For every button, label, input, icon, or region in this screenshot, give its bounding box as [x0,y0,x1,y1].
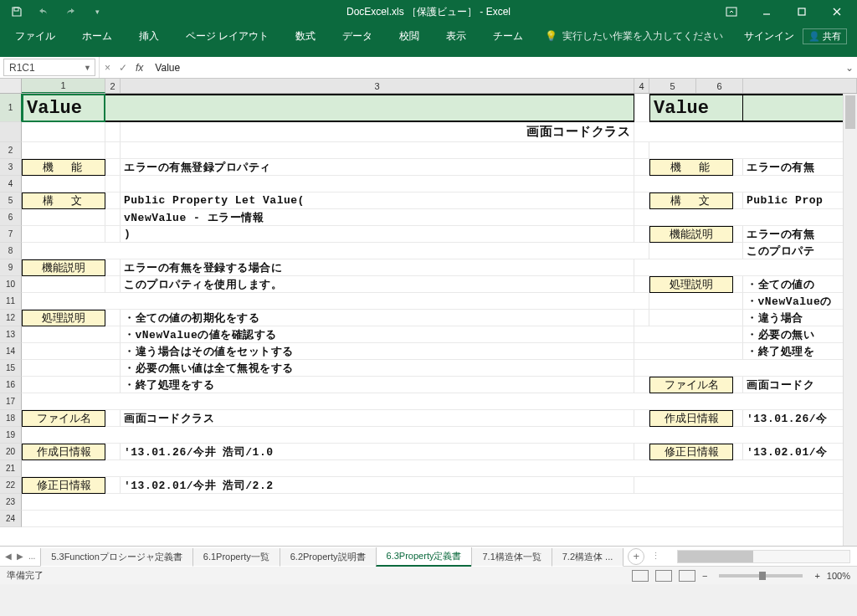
redo-icon[interactable] [60,3,80,20]
zoom-in-icon[interactable]: + [814,571,819,581]
zoom-level[interactable]: 100% [827,571,850,581]
page-break-view-icon[interactable] [679,570,695,582]
col-header-1[interactable]: 1 [22,79,105,93]
col-header-2[interactable]: 2 [105,79,121,93]
cell-r7-val[interactable]: ) [121,226,634,243]
sheet-nav-next-icon[interactable]: ▶ [17,552,23,561]
tab-formulas[interactable]: 数式 [290,28,321,45]
hscroll-thumb[interactable] [678,551,753,562]
formula-bar-input[interactable]: Value [148,62,842,74]
cell-r8-val2[interactable]: このプロパテ [743,243,857,259]
cell-r20-val2[interactable]: '13.02.01/今 [743,444,857,460]
new-sheet-button[interactable]: + [628,548,644,565]
row-header-14[interactable]: 14 [0,343,22,360]
cell-header-right[interactable]: 画面コードクラス [121,122,634,142]
ribbon-display-options-icon[interactable] [715,2,748,22]
cell-r22-val[interactable]: '13.02.01/今井 浩司/2.2 [121,477,634,494]
row-header-9[interactable]: 9 [0,259,22,276]
row-header-2[interactable]: 2 [0,142,22,159]
cell-r7-label2[interactable]: 機能説明 [649,226,733,243]
scrollbar-thumb[interactable] [845,95,855,129]
row-header-4[interactable]: 4 [0,176,22,192]
cell-r1c2-3[interactable] [105,94,634,122]
tab-home[interactable]: ホーム [77,28,117,45]
cell-r10-label2[interactable]: 処理説明 [649,276,733,293]
sheet-nav-prev-icon[interactable]: ◀ [5,552,12,561]
cell-r20-label2[interactable]: 修正日情報 [649,444,733,460]
sheet-nav-more[interactable]: ... [28,552,35,561]
cell-r13-val[interactable]: ・vNewValueの値を確認する [121,326,634,343]
minimize-button[interactable] [750,2,783,22]
sheet-tab-0[interactable]: 5.3Functionプロシージャ定義書 [40,548,192,567]
tell-me-search[interactable]: 💡 実行したい作業を入力してください [545,29,723,44]
cell-r13-val2[interactable]: ・必要の無い [743,326,857,343]
horizontal-scrollbar[interactable] [677,550,850,563]
cell-r5-val2[interactable]: Public Prop [743,192,857,209]
cell-r3-val2[interactable]: エラーの有無 [743,159,857,176]
cell-r1c5[interactable]: Value [649,94,743,122]
cell-r22-label[interactable]: 修正日情報 [22,477,105,494]
tab-team[interactable]: チーム [488,28,528,45]
vertical-scrollbar[interactable] [843,94,857,546]
share-button[interactable]: 👤 共有 [803,28,847,44]
col-header-6[interactable]: 6 [696,79,743,93]
col-header-5[interactable]: 5 [649,79,696,93]
expand-formula-bar-icon[interactable]: ⌄ [842,62,857,74]
cell-r3-label[interactable]: 機 能 [22,159,105,176]
cell-r1c1[interactable]: Value [22,94,105,122]
col-header-3[interactable]: 3 [121,79,634,93]
insert-function-icon[interactable]: fx [136,62,143,74]
cell-r12-label[interactable]: 処理説明 [22,310,105,326]
tab-review[interactable]: 校閲 [394,28,424,45]
row-header-11[interactable]: 11 [0,293,22,310]
cell-r20-label[interactable]: 作成日情報 [22,444,105,460]
cell-r9-label[interactable]: 機能説明 [22,259,105,276]
cell-r14-val2[interactable]: ・終了処理を [743,343,857,360]
row-header-3[interactable]: 3 [0,159,22,176]
chevron-down-icon[interactable]: ▼ [84,64,91,72]
cell-r18-val[interactable]: 画面コードクラス [121,410,634,427]
sheet-tab-2[interactable]: 6.2Property説明書 [280,548,377,567]
spreadsheet-grid[interactable]: 1 2 3 4 5 6 1 Value Value 画面コードクラス 2 [0,79,857,546]
cell-r1-right[interactable] [743,94,857,122]
row-header-16[interactable]: 16 [0,377,22,393]
tab-file[interactable]: ファイル [10,28,60,45]
cell-r5-label2[interactable]: 構 文 [649,192,733,209]
col-header-4[interactable]: 4 [634,79,649,93]
cell-r9-val[interactable]: エラーの有無を登録する場合に [121,259,634,276]
row-header-18[interactable]: 18 [0,410,22,427]
cell-r10-val2[interactable]: ・全ての値の [743,276,857,293]
cell-r3-val[interactable]: エラーの有無登録プロパティ [121,159,634,176]
row-header-22[interactable]: 22 [0,477,22,494]
cancel-formula-icon[interactable]: × [105,62,110,74]
cell-r1c4[interactable] [634,94,649,122]
row-header-8[interactable]: 8 [0,243,22,259]
cell-r20-val[interactable]: '13.01.26/今井 浩司/1.0 [121,444,634,460]
zoom-slider[interactable] [719,574,803,578]
cell-r18-label[interactable]: ファイル名 [22,410,105,427]
col-header-extra[interactable] [743,79,857,93]
cell-r7-val2[interactable]: エラーの有無 [743,226,857,243]
cell-r18-label2[interactable]: 作成日情報 [649,410,733,427]
row-header-21[interactable]: 21 [0,460,22,477]
row-header-17[interactable]: 17 [0,393,22,410]
row-header-10[interactable]: 10 [0,276,22,293]
row-header-13[interactable]: 13 [0,326,22,343]
tab-data[interactable]: データ [337,28,377,45]
cell-r10-val[interactable]: このプロパティを使用します。 [121,276,634,293]
sign-in-link[interactable]: サインイン [744,29,794,44]
row-header-7[interactable]: 7 [0,226,22,243]
maximize-button[interactable] [785,2,819,22]
cell-r15-val[interactable]: ・必要の無い値は全て無視をする [121,360,634,377]
sheet-menu-icon[interactable]: ⋮ [644,551,667,562]
row-header-15[interactable]: 15 [0,360,22,377]
cell-r16-label2[interactable]: ファイル名 [649,377,733,393]
cell-r18-val2[interactable]: '13.01.26/今 [743,410,857,427]
sheet-tab-5[interactable]: 7.2構造体 ... [552,548,624,567]
tab-insert[interactable]: 挿入 [134,28,164,45]
cell-r14-val[interactable]: ・違う場合はその値をセットする [121,343,634,360]
cell-r11-val2[interactable]: ・vNewValueの [743,293,857,310]
qa-customize-icon[interactable]: ▾ [87,3,107,20]
row-header-23[interactable]: 23 [0,494,22,511]
zoom-out-icon[interactable]: − [702,571,707,581]
